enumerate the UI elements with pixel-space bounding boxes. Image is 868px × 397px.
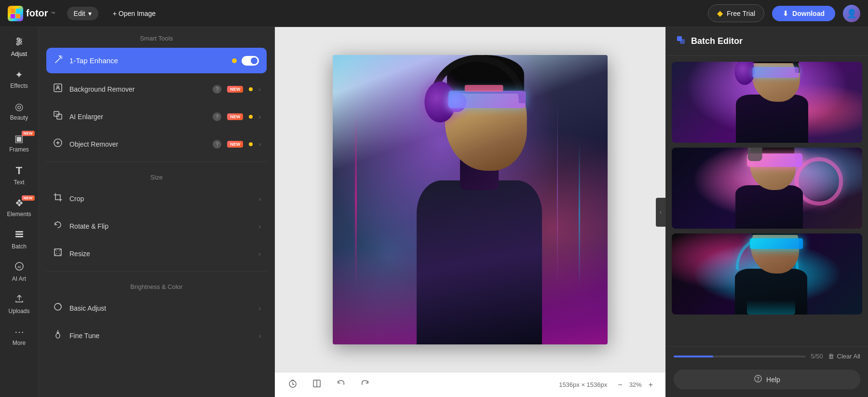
beauty-label: Beauty bbox=[10, 114, 28, 121]
svg-point-7 bbox=[19, 41, 21, 43]
undo-button[interactable] bbox=[333, 377, 349, 392]
sidebar-item-frames[interactable]: NEW ▣ Frames bbox=[2, 128, 37, 158]
top-navigation: fotor™ Edit ▾ + Open Image ◆ Free Trial … bbox=[0, 0, 868, 27]
svg-point-29 bbox=[758, 380, 759, 381]
zoom-controls: − 32% + bbox=[615, 380, 656, 390]
ai-enlarger-help-icon[interactable]: ? bbox=[213, 112, 221, 121]
enhance-toggle[interactable] bbox=[242, 56, 259, 66]
logo-text: fotor bbox=[26, 8, 48, 19]
size-label: Size bbox=[39, 166, 274, 185]
elements-label: Elements bbox=[7, 211, 31, 218]
svg-rect-17 bbox=[54, 111, 59, 116]
redo-button[interactable] bbox=[357, 377, 373, 392]
crop-icon bbox=[52, 192, 64, 205]
rotate-flip-label: Rotate & Flip bbox=[69, 222, 253, 230]
canvas-content bbox=[275, 27, 665, 372]
timer-button[interactable] bbox=[285, 377, 301, 392]
help-label: Help bbox=[766, 376, 780, 383]
basic-adjust-arrow-icon: › bbox=[258, 304, 261, 312]
open-image-button[interactable]: + Open Image bbox=[106, 7, 163, 20]
page-count: 5/50 bbox=[811, 353, 823, 360]
free-trial-button[interactable]: ◆ Free Trial bbox=[708, 4, 764, 22]
edit-chevron-icon: ▾ bbox=[88, 10, 92, 17]
user-avatar[interactable]: 👤 bbox=[843, 5, 860, 22]
canvas-image-background bbox=[333, 55, 608, 344]
edit-label: Edit bbox=[74, 10, 85, 17]
edit-button[interactable]: Edit ▾ bbox=[67, 7, 98, 20]
sidebar-item-effects[interactable]: ✦ Effects bbox=[2, 64, 37, 94]
image-size-label: 1536px × 1536px bbox=[559, 381, 607, 388]
sidebar-item-batch[interactable]: Batch bbox=[2, 224, 37, 255]
uploads-icon bbox=[14, 294, 24, 306]
uploads-label: Uploads bbox=[8, 308, 29, 315]
background-remover-label: Background Remover bbox=[69, 85, 207, 93]
enhance-dot bbox=[232, 58, 237, 63]
background-remover-help-icon[interactable]: ? bbox=[213, 85, 221, 94]
fine-tune-arrow-icon: › bbox=[258, 332, 261, 340]
zoom-in-button[interactable]: + bbox=[646, 380, 656, 390]
sidebar-item-adjust[interactable]: Adjust bbox=[2, 32, 37, 62]
scroll-bar[interactable] bbox=[674, 356, 806, 357]
ai-enlarger-icon bbox=[52, 110, 64, 123]
effects-label: Effects bbox=[10, 82, 27, 89]
object-remover-help-icon[interactable]: ? bbox=[213, 140, 221, 149]
section-divider-2 bbox=[46, 271, 267, 272]
fine-tune-row[interactable]: Fine Tune › bbox=[42, 323, 271, 348]
background-remover-arrow-icon: › bbox=[258, 85, 261, 93]
resize-icon bbox=[52, 247, 64, 260]
svg-rect-18 bbox=[57, 114, 62, 119]
clear-all-button[interactable]: 🗑 Clear All bbox=[828, 353, 860, 360]
collapse-panel-button[interactable]: ‹ bbox=[656, 198, 665, 227]
svg-rect-10 bbox=[15, 231, 23, 233]
batch-image-2[interactable] bbox=[672, 148, 862, 229]
batch-editor-header: Batch Editor bbox=[666, 27, 868, 56]
object-remover-row[interactable]: Object Remover ? NEW › bbox=[42, 131, 271, 157]
sidebar-item-ai-art[interactable]: AI AI Art bbox=[2, 257, 37, 287]
text-label: Text bbox=[14, 179, 24, 186]
zoom-out-button[interactable]: − bbox=[615, 380, 625, 390]
background-remover-dot bbox=[249, 87, 253, 91]
sidebar-item-elements[interactable]: NEW ❖ Elements bbox=[2, 192, 37, 222]
enhance-button[interactable]: 1-Tap Enhance bbox=[46, 48, 267, 73]
tools-panel: Smart Tools 1-Tap Enhance Ba bbox=[39, 27, 275, 397]
crop-row[interactable]: Crop › bbox=[42, 186, 271, 211]
frames-new-badge: NEW bbox=[22, 131, 35, 136]
scroll-bar-thumb bbox=[674, 356, 713, 357]
help-button[interactable]: Help bbox=[674, 370, 860, 389]
brightness-color-label: Brightness & Color bbox=[39, 275, 274, 294]
more-icon: ⋯ bbox=[14, 326, 24, 338]
svg-rect-3 bbox=[16, 14, 20, 18]
canvas-area: ‹ bbox=[275, 27, 665, 397]
sidebar-item-text[interactable]: T Text bbox=[2, 160, 37, 191]
svg-rect-2 bbox=[11, 14, 15, 18]
text-icon: T bbox=[16, 164, 22, 177]
more-label: More bbox=[13, 340, 26, 346]
frames-label: Frames bbox=[9, 146, 29, 153]
compare-button[interactable] bbox=[309, 377, 325, 392]
ai-enlarger-row[interactable]: AI Enlarger ? NEW › bbox=[42, 104, 271, 129]
beauty-icon: ◎ bbox=[15, 101, 23, 112]
basic-adjust-icon bbox=[52, 302, 64, 314]
batch-footer: 5/50 🗑 Clear All bbox=[666, 346, 868, 366]
rotate-flip-arrow-icon: › bbox=[258, 222, 261, 230]
batch-image-3[interactable] bbox=[672, 233, 862, 315]
ai-enlarger-label: AI Enlarger bbox=[69, 113, 207, 121]
batch-image-1[interactable] bbox=[672, 62, 862, 143]
canvas-bottom-bar: 1536px × 1536px − 32% + bbox=[275, 372, 665, 397]
adjust-label: Adjust bbox=[11, 51, 27, 57]
object-remover-icon bbox=[52, 138, 64, 150]
rotate-flip-row[interactable]: Rotate & Flip › bbox=[42, 213, 271, 239]
ai-enlarger-arrow-icon: › bbox=[258, 113, 261, 121]
resize-row[interactable]: Resize › bbox=[42, 241, 271, 266]
basic-adjust-row[interactable]: Basic Adjust › bbox=[42, 295, 271, 321]
basic-adjust-label: Basic Adjust bbox=[69, 304, 253, 312]
sidebar-item-uploads[interactable]: Uploads bbox=[2, 289, 37, 319]
background-remover-row[interactable]: Background Remover ? NEW › bbox=[42, 76, 271, 102]
download-button[interactable]: ⬇ Download bbox=[772, 6, 835, 21]
download-label: Download bbox=[792, 10, 825, 17]
sidebar-item-beauty[interactable]: ◎ Beauty bbox=[2, 96, 37, 126]
sidebar-item-more[interactable]: ⋯ More bbox=[2, 321, 37, 351]
logo-area: fotor™ bbox=[8, 6, 55, 21]
svg-rect-0 bbox=[11, 9, 15, 13]
crop-label: Crop bbox=[69, 195, 253, 203]
